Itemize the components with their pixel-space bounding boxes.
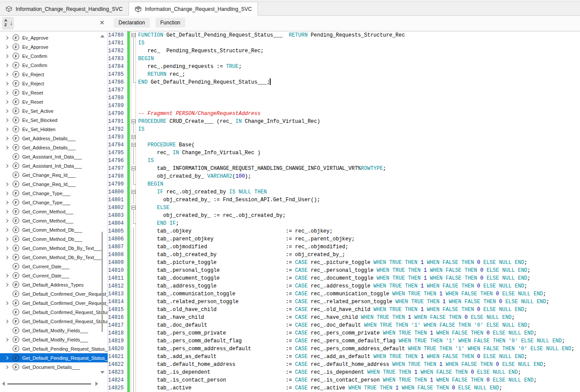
- expand-chevron-icon[interactable]: [5, 100, 8, 103]
- code-line[interactable]: 14805 tab_.objkey := rec_.objkey;: [108, 227, 580, 235]
- expand-chevron-icon[interactable]: [5, 219, 8, 222]
- tree-item[interactable]: FGet_Address_Details___: [0, 134, 108, 143]
- code-line[interactable]: 14810 tab_.personal_toggle := CASE rec_.…: [108, 267, 580, 274]
- tree-item[interactable]: FGet_Default_Confirmed_Over_Request_: [0, 289, 108, 298]
- tree-item[interactable]: FGet_Current_Date___: [0, 262, 108, 271]
- tree-item[interactable]: FGet_Comm_Method_Db_By_Text___: [0, 243, 108, 253]
- code-line[interactable]: 14811 tab_.document_toggle := CASE rec_.…: [108, 274, 580, 282]
- code-line[interactable]: 14801 obj_created_by_ := Fnd_Session_API…: [108, 196, 580, 204]
- tree-item[interactable]: FGet_Default_Confirmed_Request_Status: [0, 308, 108, 317]
- tree-item[interactable]: FEv_Approve: [0, 33, 108, 42]
- code-line[interactable]: 14796 IS: [108, 157, 580, 165]
- code-line[interactable]: 14782 rec_ Pending_Requests_Structure_Re…: [108, 47, 580, 55]
- expand-chevron-icon[interactable]: [5, 228, 8, 231]
- tree-item[interactable]: FGet_Change_Type___: [0, 198, 108, 207]
- tree-item[interactable]: FGet_Comm_Method___: [0, 207, 108, 216]
- tree-item[interactable]: FEv_Set_Blocked: [0, 115, 108, 125]
- code-line[interactable]: 14816 tab_.have_child := CASE rec_.have_…: [108, 314, 580, 321]
- close-panel-icon[interactable]: ✕: [98, 18, 106, 27]
- code-line[interactable]: 14788: [108, 94, 580, 102]
- scroll-left-icon[interactable]: [2, 382, 5, 386]
- expand-chevron-icon[interactable]: [5, 255, 8, 259]
- code-line[interactable]: 14790-- Fragment PERSON/ChangeRequestAdd…: [108, 110, 580, 118]
- expand-chevron-icon[interactable]: [5, 145, 8, 149]
- expand-chevron-icon[interactable]: [5, 356, 8, 359]
- tree-item[interactable]: FGet_Change_Req_Id___: [0, 170, 108, 179]
- code-line[interactable]: 14809 tab_.picture_toggle := CASE rec_.p…: [108, 259, 580, 267]
- tree-item[interactable]: FGet_Default_Confirmed_Over_Request_: [0, 298, 108, 308]
- expand-chevron-icon[interactable]: [5, 301, 8, 304]
- code-line[interactable]: 14824 tab_.is_contact_person := CASE rec…: [108, 376, 580, 384]
- code-editor[interactable]: 14780FUNCTION Get_Default_Pending_Reques…: [108, 31, 580, 392]
- tree-item[interactable]: FGet_Assistant_Init_Data___: [0, 161, 108, 170]
- code-line[interactable]: 14807 tab_.objmodified := rec_.objmodifi…: [108, 243, 580, 251]
- vertical-scrollbar-thumb[interactable]: [102, 232, 103, 332]
- fold-toggle-icon[interactable]: [132, 206, 136, 210]
- expand-chevron-icon[interactable]: [5, 91, 8, 94]
- tree-item[interactable]: FGet_Change_Type___: [0, 189, 108, 198]
- sort-alphabetical-button[interactable]: AZ ↓: [2, 17, 14, 30]
- code-line[interactable]: 14795 rec_ IN Change_Info_Virtual_Rec ): [108, 149, 580, 157]
- expand-chevron-icon[interactable]: [5, 191, 8, 195]
- code-line[interactable]: 14818 tab_.pers_comm_private := CASE rec…: [108, 329, 580, 337]
- fold-toggle-icon[interactable]: [132, 190, 136, 194]
- tree-item[interactable]: FEv_Set_Active: [0, 106, 108, 115]
- tree-item[interactable]: FGet_Comm_Method___: [0, 216, 108, 225]
- expand-chevron-icon[interactable]: [5, 237, 8, 240]
- fold-toggle-icon[interactable]: [132, 166, 136, 170]
- code-line[interactable]: 14806 tab_.parent_objkey := rec_.parent_…: [108, 235, 580, 243]
- code-line[interactable]: 14822 tab_.default_home_address := CASE …: [108, 361, 580, 368]
- scroll-up-icon[interactable]: [100, 35, 105, 37]
- code-line[interactable]: 14802 ELSE: [108, 204, 580, 212]
- tree-item[interactable]: FGet_Default_Pending_Request_Status_: [0, 353, 108, 362]
- code-line[interactable]: 14821 tab_.add_as_default := CASE rec_.a…: [108, 353, 580, 361]
- code-line[interactable]: 14804 END IF;: [108, 220, 580, 227]
- code-line[interactable]: 14792IS: [108, 125, 580, 133]
- expand-chevron-icon[interactable]: [5, 36, 8, 39]
- code-line[interactable]: 14812 tab_.address_toggle := CASE rec_.a…: [108, 282, 580, 290]
- expand-chevron-icon[interactable]: [5, 63, 8, 67]
- fold-toggle-icon[interactable]: [132, 119, 136, 123]
- tree-item[interactable]: FGet_Current_Date___: [0, 271, 108, 280]
- tree-item[interactable]: FGet_Change_Req_Id___: [0, 179, 108, 189]
- expand-chevron-icon[interactable]: [5, 365, 8, 368]
- expand-chevron-icon[interactable]: [5, 274, 8, 277]
- expand-chevron-icon[interactable]: [5, 338, 8, 341]
- expand-chevron-icon[interactable]: [5, 136, 8, 140]
- tab-information-change-request-handling-svc-2[interactable]: Information_Change_Request_Handling_SVC: [129, 2, 258, 16]
- code-line[interactable]: 14781IS: [108, 39, 580, 47]
- expand-chevron-icon[interactable]: [5, 182, 8, 186]
- tree-item[interactable]: FEv_Confirm: [0, 61, 108, 70]
- code-line[interactable]: 14784 rec_.pending_requests := TRUE;: [108, 63, 580, 71]
- tree-item[interactable]: FEv_Reject: [0, 70, 108, 79]
- code-line[interactable]: 14787: [108, 86, 580, 94]
- expand-chevron-icon[interactable]: [5, 210, 8, 213]
- code-line[interactable]: 14817 tab_.doc_default := CASE rec_.doc_…: [108, 321, 580, 329]
- code-line[interactable]: 14820 tab_.pers_comm_address_default := …: [108, 345, 580, 353]
- code-line[interactable]: 14799 BEGIN: [108, 180, 580, 188]
- tree-item[interactable]: PGet_Default_Address_Types: [0, 280, 108, 289]
- tree-item[interactable]: FGet_Default_Modify_Fields___: [0, 326, 108, 335]
- code-line[interactable]: 14794 PROCEDURE Base(: [108, 141, 580, 149]
- tree-item[interactable]: FEv_Reset: [0, 97, 108, 106]
- fold-toggle-icon[interactable]: [132, 33, 136, 37]
- tree-item[interactable]: FGet_Comm_Method_Db_By_Text___: [0, 253, 108, 262]
- tree-item[interactable]: FGet_Default_Modify_Fields___: [0, 335, 108, 344]
- code-line[interactable]: 14798 obj_created_by_ VARCHAR2(100);: [108, 172, 580, 180]
- expand-chevron-icon[interactable]: [5, 109, 8, 112]
- code-line[interactable]: 14800 IF rec_.obj_created_by IS NULL THE…: [108, 188, 580, 196]
- code-line[interactable]: 14780FUNCTION Get_Default_Pending_Reques…: [108, 31, 580, 39]
- code-line[interactable]: 14803 obj_created_by_ := rec_.obj_create…: [108, 212, 580, 220]
- tree-item[interactable]: FGet_Comm_Method_Db___: [0, 225, 108, 234]
- tree-item[interactable]: FGet_Address_Details___: [0, 143, 108, 152]
- expand-chevron-icon[interactable]: [5, 54, 8, 57]
- scroll-right-icon[interactable]: [95, 382, 98, 386]
- tree-item[interactable]: FEv_Approve: [0, 42, 108, 51]
- code-line[interactable]: 14825 tab_.active := CASE rec_.active WH…: [108, 384, 580, 392]
- scroll-down-icon[interactable]: [100, 371, 105, 374]
- tree-item[interactable]: FEv_Set_Hidden: [0, 125, 108, 134]
- code-line[interactable]: 14808 tab_.obj_created_by := obj_created…: [108, 251, 580, 259]
- expand-chevron-icon[interactable]: [5, 246, 8, 250]
- expand-chevron-icon[interactable]: [5, 127, 8, 131]
- tree-item[interactable]: FGet_Document_Details___: [0, 362, 108, 372]
